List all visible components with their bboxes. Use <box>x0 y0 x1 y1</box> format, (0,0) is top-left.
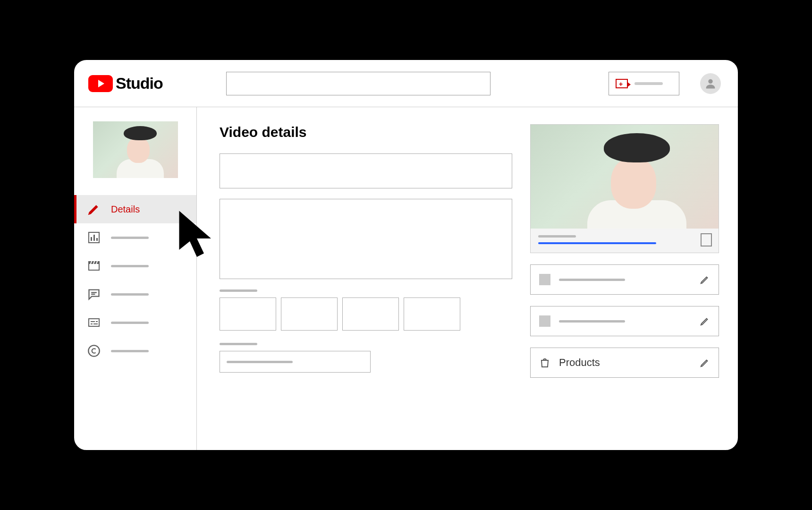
search-input[interactable] <box>226 72 491 95</box>
comment-icon <box>87 288 101 301</box>
sidebar-item-label <box>111 293 149 296</box>
thumbnail-slot[interactable] <box>404 298 460 331</box>
card-icon <box>539 315 550 327</box>
playlist-label <box>220 343 257 345</box>
sidebar-item-analytics[interactable] <box>74 223 196 252</box>
sidebar: Details <box>74 107 197 450</box>
svg-point-0 <box>708 79 712 83</box>
video-title-input[interactable] <box>220 153 512 188</box>
video-link-label <box>538 235 576 238</box>
pencil-icon[interactable] <box>700 357 710 368</box>
card-label <box>559 320 625 323</box>
copy-icon[interactable] <box>702 235 712 246</box>
sidebar-item-copyright[interactable] <box>74 337 196 365</box>
sidebar-item-label <box>111 265 149 267</box>
pencil-icon <box>87 203 101 216</box>
video-preview-thumbnail[interactable] <box>531 125 719 229</box>
sidebar-video-thumbnail[interactable] <box>93 121 178 178</box>
create-video-icon: + <box>616 79 628 88</box>
side-card-products[interactable]: Products <box>530 348 719 378</box>
page-title: Video details <box>220 124 512 140</box>
thumbnails-label <box>220 289 257 292</box>
side-card[interactable] <box>530 264 719 295</box>
youtube-play-icon <box>88 75 113 92</box>
video-preview-card <box>530 124 719 253</box>
sidebar-item-label <box>111 350 149 352</box>
card-label: Products <box>559 357 600 369</box>
copyright-icon <box>87 344 101 357</box>
thumbnail-slot[interactable] <box>220 298 276 331</box>
video-description-input[interactable] <box>220 199 512 279</box>
side-card[interactable] <box>530 306 719 336</box>
playlist-value <box>227 361 293 363</box>
subtitles-icon <box>87 316 101 329</box>
pencil-icon[interactable] <box>700 316 710 326</box>
clapperboard-icon <box>87 259 101 272</box>
studio-logo[interactable]: Studio <box>88 74 163 93</box>
sidebar-item-label: Details <box>111 204 140 215</box>
analytics-icon <box>87 231 101 244</box>
sidebar-item-label <box>111 237 149 239</box>
sidebar-item-editor[interactable] <box>74 252 196 280</box>
playlist-select[interactable] <box>220 351 371 373</box>
sidebar-item-subtitles[interactable] <box>74 308 196 337</box>
app-window: Studio + Details <box>73 59 739 451</box>
thumbnail-slot[interactable] <box>342 298 399 331</box>
header-bar: Studio + <box>74 60 738 107</box>
pencil-icon[interactable] <box>700 274 710 285</box>
sidebar-item-details[interactable]: Details <box>74 195 196 223</box>
thumbnail-row <box>220 298 512 331</box>
app-name: Studio <box>116 74 163 93</box>
sidebar-item-label <box>111 322 149 324</box>
thumbnail-slot[interactable] <box>281 298 338 331</box>
shopping-bag-icon <box>539 357 550 368</box>
create-button[interactable]: + <box>609 72 679 95</box>
sidebar-item-comments[interactable] <box>74 280 196 308</box>
main-content: Video details <box>197 107 738 450</box>
create-label <box>634 82 663 85</box>
video-link[interactable] <box>538 242 656 244</box>
card-icon <box>539 274 550 285</box>
person-icon <box>704 77 717 90</box>
svg-point-3 <box>88 345 99 356</box>
account-avatar[interactable] <box>700 73 721 94</box>
card-label <box>559 279 625 281</box>
